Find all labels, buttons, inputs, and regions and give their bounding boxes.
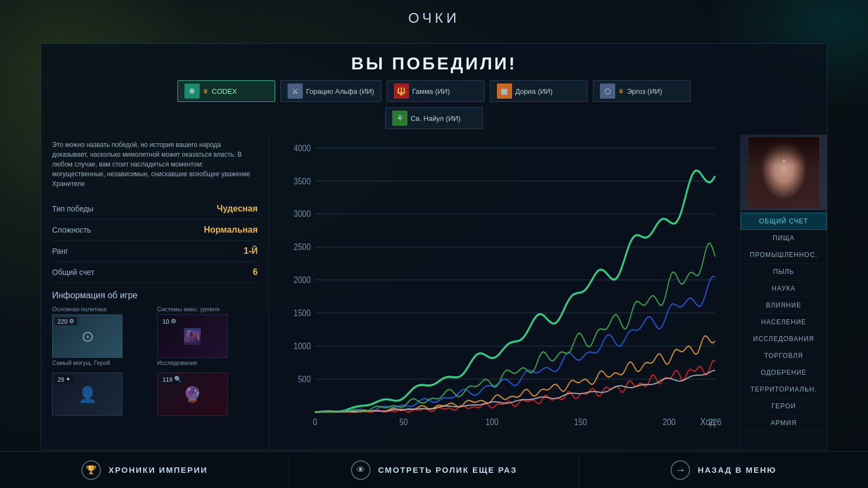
score-tab-8[interactable]: ТОРГОВЛЯ — [741, 348, 827, 364]
players-row: ❋ ♛ CODEX ⚔ Горацио Альфа (ИИ) 🔱 Гамма (… — [41, 80, 827, 134]
stat-row-2: Ранг 1-Й — [52, 241, 258, 262]
score-tab-11[interactable]: ГЕРОИ — [741, 398, 827, 415]
player-badge-svnail[interactable]: ⚘ Св. Найул (ИИ) — [385, 107, 483, 129]
avatar: ✦ — [749, 137, 819, 208]
score-tab-4[interactable]: НАУКА — [741, 280, 827, 297]
info-label-0: Основная политика — [52, 306, 153, 312]
stat-value-2: 1-Й — [244, 246, 258, 256]
score-chart: 5001000150020002500300035004000050100150… — [280, 140, 729, 444]
score-tab-2[interactable]: ПРОМЫШЛЕННОС. — [741, 247, 827, 264]
back-to-menu-button[interactable]: → НАЗАД В МЕНЮ — [579, 452, 868, 488]
replay-icon: 👁 — [351, 460, 371, 480]
score-tab-1[interactable]: ПИЩА — [741, 230, 827, 247]
player-badge-gamma[interactable]: 🔱 Гамма (ИИ) — [387, 80, 484, 102]
back-icon: → — [671, 460, 690, 480]
info-item-2: 29 ✦ 👤 — [52, 370, 153, 416]
score-tab-10[interactable]: ТЕРРИТОРИАЛЬН. — [741, 381, 827, 398]
svg-text:4000: 4000 — [293, 143, 311, 153]
svg-text:3500: 3500 — [293, 176, 311, 186]
player-name-ergoz: Эргоз (ИИ) — [627, 87, 662, 95]
svg-text:150: 150 — [574, 417, 587, 427]
chart-wrap: 5001000150020002500300035004000050100150… — [280, 140, 729, 444]
stat-value-1: Нормальная — [204, 225, 258, 235]
svg-text:1500: 1500 — [293, 308, 311, 318]
score-tab-5[interactable]: ВЛИЯНИЕ — [741, 297, 827, 314]
main-panel: ВЫ ПОБЕДИЛИ! ❋ ♛ CODEX ⚔ Горацио Альфа (… — [41, 43, 827, 450]
player-badge-codex[interactable]: ❋ ♛ CODEX — [177, 80, 275, 102]
svg-text:2000: 2000 — [293, 275, 311, 285]
info-item-0: Основная политика 220 ⚙ ⊙ Самый могущ. Г… — [52, 306, 153, 366]
right-panel: ✦ ОБЩИЙ СЧЕТПИЩАПРОМЫШЛЕННОС.ПЫЛЬНАУКАВЛ… — [740, 134, 827, 450]
player-name-svnail: Св. Найул (ИИ) — [411, 114, 461, 123]
page-title: Очки — [0, 10, 868, 27]
stat-row-1: Сложность Нормальная — [52, 220, 258, 241]
chronicles-button[interactable]: 🏆 ХРОНИКИ ИМПЕРИИ — [0, 452, 290, 488]
content-area: Это можно назвать победой, но история ва… — [41, 134, 827, 450]
avatar-rune: ✦ — [781, 157, 787, 165]
stat-value-3: 6 — [253, 267, 258, 277]
replay-button[interactable]: 👁 СМОТРЕТЬ РОЛИК ЕЩЕ РАЗ — [290, 452, 579, 488]
crown-icon: ♛ — [203, 88, 208, 95]
crown-icon: ♛ — [618, 88, 624, 95]
svg-text:50: 50 — [399, 417, 408, 427]
header: Очки — [0, 0, 868, 32]
stats-container: Тип победы Чудесная Сложность Нормальная… — [52, 198, 258, 283]
info-thumb-0: 220 ⚙ ⊙ — [52, 314, 123, 358]
stat-row-3: Общий счет 6 — [52, 262, 258, 283]
svg-text:0: 0 — [313, 417, 317, 427]
score-tab-9[interactable]: ОДОБРЕНИЕ — [741, 364, 827, 381]
score-tab-6[interactable]: НАСЕЛЕНИЕ — [741, 314, 827, 331]
svg-text:Ход: Ход — [700, 416, 716, 427]
stat-value-0: Чудесная — [217, 204, 258, 214]
player-name-codex: CODEX — [212, 87, 237, 95]
avatar-area: ✦ — [741, 134, 827, 210]
chronicles-label: ХРОНИКИ ИМПЕРИИ — [108, 465, 208, 474]
game-info-title: Информация об игре — [52, 291, 258, 300]
score-tabs: ОБЩИЙ СЧЕТПИЩАПРОМЫШЛЕННОС.ПЫЛЬНАУКАВЛИЯ… — [741, 210, 827, 450]
player-badge-ergoz[interactable]: ⬡ ♛ Эргоз (ИИ) — [593, 80, 691, 102]
player-name-goracio: Горацио Альфа (ИИ) — [306, 87, 374, 95]
game-info-grid: Основная политика 220 ⚙ ⊙ Самый могущ. Г… — [52, 306, 258, 416]
info-item-1: Системы макс. уровня 10 ⚙ 🌆 Исследования — [157, 306, 258, 366]
info-thumb-2: 29 ✦ 👤 — [52, 373, 123, 416]
player-icon-goracio: ⚔ — [288, 84, 303, 99]
info-caption-0: Самый могущ. Герой — [52, 359, 153, 366]
score-tab-0[interactable]: ОБЩИЙ СЧЕТ — [741, 213, 827, 230]
score-tab-12[interactable]: АРМИЯ — [741, 415, 827, 432]
stat-label-2: Ранг — [52, 247, 68, 255]
footer: 🏆 ХРОНИКИ ИМПЕРИИ 👁 СМОТРЕТЬ РОЛИК ЕЩЕ Р… — [0, 451, 868, 488]
info-thumb-1: 10 ⚙ 🌆 — [157, 314, 228, 358]
player-badge-goracio[interactable]: ⚔ Горацио Альфа (ИИ) — [280, 80, 381, 102]
svg-text:100: 100 — [486, 417, 499, 427]
player-icon-doria: ▦ — [497, 84, 512, 99]
chart-area: 5001000150020002500300035004000050100150… — [269, 134, 740, 450]
player-icon-gamma: 🔱 — [394, 84, 409, 99]
stat-label-0: Тип победы — [52, 204, 93, 213]
info-caption-1: Исследования — [157, 359, 258, 366]
info-label-1: Системы макс. уровня — [157, 306, 258, 312]
info-item-3: 119 🔍 🔮 — [157, 370, 258, 416]
player-icon-codex: ❋ — [184, 84, 200, 99]
description-text: Это можно назвать победой, но история ва… — [52, 140, 258, 189]
stat-label-3: Общий счет — [52, 268, 94, 277]
stat-row-0: Тип победы Чудесная — [52, 198, 258, 220]
svg-text:200: 200 — [662, 417, 675, 427]
replay-label: СМОТРЕТЬ РОЛИК ЕЩЕ РАЗ — [378, 465, 517, 474]
info-thumb-3: 119 🔍 🔮 — [157, 373, 228, 416]
svg-text:2500: 2500 — [293, 242, 311, 252]
player-badge-doria[interactable]: ▦ Дориа (ИИ) — [490, 80, 588, 102]
player-name-doria: Дориа (ИИ) — [515, 87, 553, 95]
chronicles-icon: 🏆 — [81, 460, 101, 480]
score-tab-7[interactable]: ИССЛЕДОВАНИЯ — [741, 331, 827, 348]
player-name-gamma: Гамма (ИИ) — [412, 87, 450, 95]
left-panel: Это можно назвать победой, но история ва… — [41, 134, 269, 450]
svg-text:500: 500 — [298, 374, 311, 384]
player-icon-ergoz: ⬡ — [600, 84, 615, 99]
svg-text:1000: 1000 — [293, 341, 311, 351]
svg-text:3000: 3000 — [293, 209, 311, 219]
stat-label-1: Сложность — [52, 226, 91, 234]
score-tab-3[interactable]: ПЫЛЬ — [741, 264, 827, 280]
victory-title: ВЫ ПОБЕДИЛИ! — [41, 44, 827, 80]
player-icon-svnail: ⚘ — [392, 111, 407, 126]
back-label: НАЗАД В МЕНЮ — [698, 465, 776, 474]
